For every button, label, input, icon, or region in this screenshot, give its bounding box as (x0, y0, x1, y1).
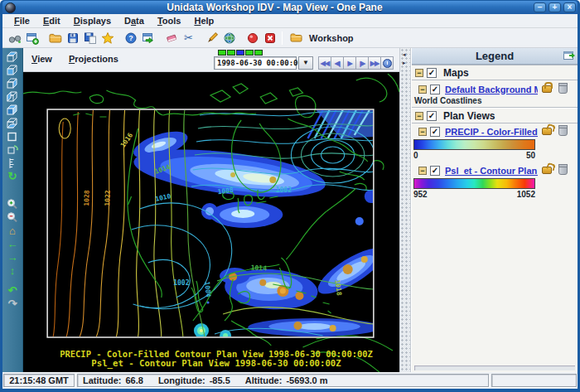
unlock-icon[interactable] (542, 128, 552, 135)
psl-checkbox[interactable]: ✓ (430, 166, 440, 176)
menu-tools[interactable]: Tools (151, 15, 188, 27)
step-back-button[interactable]: ◀| (331, 56, 344, 70)
erase-button[interactable] (162, 30, 180, 46)
cube-view-right-button[interactable] (4, 77, 21, 90)
globe-button[interactable] (220, 30, 238, 46)
time-step-3[interactable] (236, 50, 244, 56)
favorites-button[interactable] (99, 30, 116, 46)
zoom-in-button[interactable] (4, 198, 21, 211)
play-button[interactable]: ▶ (343, 56, 356, 70)
trash-icon[interactable] (558, 84, 568, 94)
plan-views-checkbox[interactable]: ✓ (427, 111, 437, 121)
help-button[interactable]: ? (122, 30, 139, 46)
box-outline-icon (6, 131, 19, 143)
time-step-2[interactable] (227, 50, 235, 56)
cut-button[interactable]: ✂ (180, 30, 197, 46)
default-maps-link[interactable]: Default Background Maps (445, 85, 538, 94)
pan-vertical-button[interactable]: ↕ (4, 264, 21, 277)
open-chooser-button[interactable] (6, 30, 23, 46)
time-step-5[interactable] (254, 50, 263, 56)
precip-actions (542, 126, 568, 136)
maps-visibility-checkbox[interactable]: ✓ (427, 68, 437, 78)
exit-button[interactable] (261, 30, 278, 46)
precip-checkbox[interactable]: ✓ (430, 127, 440, 137)
redo-icon: ↷ (8, 298, 17, 309)
vertical-scale-button[interactable] (4, 157, 21, 169)
trash-icon[interactable] (558, 126, 568, 136)
psl-colorbar[interactable] (413, 178, 535, 189)
export-display-button[interactable] (139, 30, 157, 46)
collapse-plan-views-button[interactable]: − (415, 112, 423, 120)
splitter-collapse-right-icon[interactable]: ▸ (403, 60, 406, 65)
menu-file[interactable]: File (7, 15, 36, 27)
map-canvas[interactable]: 1028 1022 1016 1014 1010 1008 1002 1002 … (23, 72, 399, 372)
save-as-button[interactable] (81, 30, 99, 46)
map-visualization[interactable]: 1028 1022 1016 1014 1010 1008 1002 1002 … (23, 72, 399, 372)
legend-scrollbar[interactable] (414, 365, 575, 370)
svg-text:1022: 1022 (104, 190, 112, 206)
magnifier-minus-icon (6, 211, 19, 224)
reset-box-button[interactable] (4, 130, 21, 143)
minimize-button[interactable]: – (534, 2, 546, 12)
menu-help[interactable]: Help (187, 15, 220, 27)
animation-properties-button[interactable] (380, 56, 394, 70)
first-frame-button[interactable]: ◀◀ (318, 56, 331, 70)
zoom-out-button[interactable] (4, 211, 21, 224)
panel-splitter[interactable]: ◂ ▸ (399, 48, 411, 372)
menu-projections[interactable]: Projections (69, 54, 118, 64)
legend-title: Legend (476, 50, 514, 62)
cube-view-left-button[interactable] (4, 90, 21, 103)
last-frame-button[interactable]: ▶▶ (368, 56, 381, 70)
record-button[interactable] (244, 30, 261, 46)
open-bundle-button[interactable] (46, 30, 64, 46)
content-area: ↻ ⌂ ← → ↕ ↶ ↷ View Projections (2, 48, 578, 372)
lock-icon[interactable] (542, 85, 552, 93)
new-display-button[interactable] (23, 30, 41, 46)
main-toolbar: ? ✂ Workshop (2, 28, 578, 48)
pan-left-button[interactable]: ← (4, 238, 21, 250)
collapse-psl-button[interactable]: − (418, 167, 427, 175)
splitter-collapse-left-icon[interactable]: ◂ (403, 51, 406, 57)
time-field[interactable]: 1998-06-30 00:00:00Z (214, 56, 297, 70)
left-toolbar: ↻ ⌂ ← → ↕ ↶ ↷ (2, 48, 23, 372)
home-button[interactable]: ⌂ (4, 225, 21, 237)
time-dropdown-button[interactable]: ▼ (298, 56, 313, 70)
trash-icon[interactable] (558, 165, 568, 175)
unlock-icon[interactable] (542, 167, 552, 174)
precip-display-link[interactable]: PRECIP - Color-Filled Co... (445, 127, 538, 137)
animation-steps-indicator[interactable] (218, 50, 263, 56)
cube-view-top-button[interactable] (4, 51, 21, 63)
step-forward-button[interactable]: |▶ (355, 56, 369, 70)
floppy-icon (66, 31, 80, 45)
close-button[interactable]: × (563, 2, 576, 12)
precip-max-label: 50 (526, 151, 535, 160)
workshop-folder-button[interactable] (288, 30, 305, 46)
redo-button[interactable]: ↷ (4, 298, 21, 310)
cube-view-front-button[interactable] (4, 64, 21, 76)
save-bundle-button[interactable] (64, 30, 81, 46)
time-step-4[interactable] (245, 50, 254, 56)
precip-colorbar[interactable] (413, 139, 535, 150)
precip-colorbar-labels: 0 50 (413, 151, 535, 160)
collapse-maps-button[interactable]: − (415, 69, 423, 77)
undo-button[interactable]: ↶ (4, 284, 21, 297)
time-step-1[interactable] (218, 50, 226, 56)
menu-data[interactable]: Data (118, 15, 151, 27)
default-maps-checkbox[interactable]: ✓ (430, 85, 440, 94)
menu-displays[interactable]: Displays (67, 15, 118, 27)
menu-edit[interactable]: Edit (36, 15, 67, 27)
cube-view-bottom-button[interactable] (4, 117, 21, 129)
edit-button[interactable] (203, 30, 220, 46)
altitude-value: -5693.0 m (286, 375, 327, 385)
cube-view-solid-button[interactable] (4, 104, 21, 116)
float-legend-icon[interactable] (563, 51, 575, 60)
psl-display-link[interactable]: Psl_et - Contour Plan Vi... (445, 166, 538, 176)
pan-right-button[interactable]: → (4, 251, 21, 264)
collapse-default-maps-button[interactable]: − (418, 85, 427, 94)
menu-view[interactable]: View (31, 54, 52, 64)
rotate-button[interactable] (4, 143, 21, 156)
refresh-button[interactable]: ↻ (4, 170, 21, 182)
collapse-precip-button[interactable]: − (418, 128, 427, 136)
maximize-button[interactable]: + (549, 2, 561, 12)
window-plus-icon (26, 31, 39, 45)
